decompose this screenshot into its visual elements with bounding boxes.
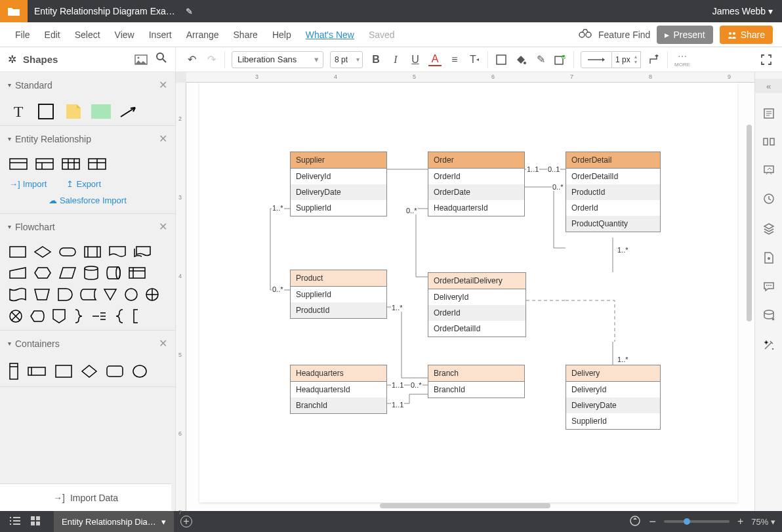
fc-delay[interactable] — [58, 288, 72, 301]
fc-brace-l[interactable] — [114, 309, 125, 323]
note-shape[interactable] — [64, 104, 83, 119]
fc-bracket[interactable] — [133, 309, 142, 323]
shape-fill-icon[interactable] — [495, 53, 508, 66]
er-entity4-shape[interactable] — [88, 158, 106, 170]
history-icon[interactable] — [763, 193, 775, 208]
italic-icon[interactable]: I — [389, 53, 402, 66]
folder-icon[interactable] — [0, 0, 28, 22]
export-button[interactable]: ↥ Export — [66, 179, 101, 189]
user-menu[interactable]: James Webb ▾ — [703, 6, 782, 16]
chat-icon[interactable] — [763, 281, 775, 295]
fc-sum[interactable] — [9, 310, 22, 323]
notes-icon[interactable] — [763, 108, 775, 123]
entity-orderdetail[interactable]: OrderDetailOrderDetailIdProductIdOrderId… — [566, 152, 661, 232]
menu-view[interactable]: View — [109, 27, 140, 43]
fc-merge[interactable] — [104, 289, 117, 300]
hscrollbar[interactable] — [380, 503, 550, 508]
fc-manualinput[interactable] — [9, 267, 26, 279]
entity-order[interactable]: OrderOrderIdOrderDateHeadquartersId — [428, 152, 525, 216]
feature-find[interactable]: Feature Find — [598, 30, 650, 40]
entity-product[interactable]: ProductSupplierIdProductId — [290, 270, 387, 319]
rename-icon[interactable]: ✎ — [186, 7, 193, 16]
section-standard[interactable]: ▾Standard✕ — [0, 72, 175, 98]
fc-data[interactable] — [59, 267, 76, 279]
border-color-icon[interactable]: ✎ — [534, 53, 547, 66]
fc-preparation[interactable] — [34, 267, 51, 279]
underline-icon[interactable]: U — [409, 53, 422, 66]
cn-rect[interactable] — [55, 365, 72, 378]
er-entity-shape[interactable] — [9, 158, 28, 170]
section-er[interactable]: ▾Entity Relationship✕ — [0, 126, 175, 152]
menu-file[interactable]: File — [9, 27, 36, 43]
diagram-canvas[interactable]: SupplierDeliveryIdDeliveryDateSupplierId… — [199, 83, 737, 502]
import-button[interactable]: →] Import — [9, 179, 47, 189]
fc-process[interactable] — [9, 246, 26, 258]
fc-storeddata[interactable] — [80, 289, 96, 300]
fc-predefined[interactable] — [84, 246, 101, 258]
line-route-icon[interactable] — [648, 53, 661, 66]
fc-directdata[interactable] — [106, 266, 121, 279]
menu-help[interactable]: Help — [266, 27, 297, 43]
grid-icon[interactable] — [30, 516, 41, 528]
settings-icon[interactable]: ✲ — [8, 53, 16, 66]
fontsize-select[interactable]: 8 pt — [330, 51, 363, 68]
fc-terminator[interactable] — [59, 247, 76, 256]
line-style-select[interactable] — [581, 51, 612, 68]
fc-database[interactable] — [84, 266, 98, 280]
menu-insert[interactable]: Insert — [143, 27, 178, 43]
undo-icon[interactable]: ↶ — [185, 53, 198, 66]
text-color-icon[interactable]: A — [428, 53, 442, 66]
align-icon[interactable]: ≡ — [448, 53, 461, 66]
collapse-icon[interactable]: « — [755, 79, 782, 93]
entity-orderdetaildelivery[interactable]: OrderDetailDeliveryDeliveryIdOrderIdOrde… — [428, 272, 526, 337]
magic-icon[interactable] — [763, 339, 775, 354]
entity-supplier[interactable]: SupplierDeliveryIdDeliveryDateSupplierId — [290, 152, 387, 216]
fc-brace-r[interactable] — [73, 309, 84, 323]
close-icon[interactable]: ✕ — [159, 337, 167, 350]
binoculars-icon[interactable] — [579, 29, 592, 41]
outline-icon[interactable] — [9, 516, 21, 527]
menu-share[interactable]: Share — [228, 27, 264, 43]
fc-note[interactable] — [92, 312, 106, 320]
rect-shape[interactable] — [37, 104, 55, 119]
layers-icon[interactable] — [763, 222, 775, 237]
cn-lane-h[interactable] — [28, 367, 46, 376]
cn-circle[interactable] — [133, 365, 147, 378]
fullscreen-icon[interactable] — [760, 53, 773, 66]
add-page-button[interactable]: + — [180, 516, 192, 527]
text-style-icon[interactable]: T◂ — [468, 53, 481, 66]
er-entity3-shape[interactable] — [62, 158, 80, 170]
fc-offpage[interactable] — [52, 309, 66, 323]
fc-manualop[interactable] — [34, 289, 50, 300]
line-width-select[interactable]: 1 px▴▾ — [612, 51, 641, 68]
page-tab[interactable]: Entity Relationship Dia… ▾ — [54, 511, 174, 532]
redo-icon[interactable]: ↷ — [205, 53, 218, 66]
cn-rounded[interactable] — [106, 365, 123, 377]
canvas-area[interactable]: 3456789 234567 — [176, 72, 754, 511]
data-icon[interactable] — [763, 310, 775, 325]
cn-lane-v[interactable] — [9, 363, 18, 380]
fc-display[interactable] — [30, 310, 45, 322]
entity-headquarters[interactable]: HeadquartersHeadquartersIdBranchId — [290, 365, 387, 414]
menu-edit[interactable]: Edit — [39, 27, 66, 43]
share-button[interactable]: Share — [720, 26, 773, 44]
close-icon[interactable]: ✕ — [159, 220, 167, 233]
section-flowchart[interactable]: ▾Flowchart✕ — [0, 214, 175, 239]
salesforce-import[interactable]: ☁ Salesforce Import — [0, 195, 175, 213]
bold-icon[interactable]: B — [369, 53, 382, 66]
slides-icon[interactable] — [763, 165, 775, 178]
vscrollbar[interactable] — [747, 125, 752, 321]
close-icon[interactable]: ✕ — [159, 133, 167, 145]
arrow-shape[interactable] — [119, 104, 138, 119]
cn-diamond[interactable] — [81, 365, 97, 378]
menu-arrange[interactable]: Arrange — [180, 27, 225, 43]
entity-branch[interactable]: BranchBranchId — [428, 365, 525, 398]
sync-icon[interactable] — [629, 515, 641, 529]
fc-connector[interactable] — [125, 288, 138, 301]
fc-multidoc[interactable] — [134, 246, 151, 258]
shape-options-icon[interactable] — [554, 53, 567, 66]
zoom-out[interactable]: − — [649, 515, 656, 529]
comment-icon[interactable] — [763, 137, 775, 150]
text-shape[interactable]: T — [9, 104, 28, 119]
entity-delivery[interactable]: DeliveryDeliveryIdDeliveryDateSupplierId — [566, 365, 661, 430]
